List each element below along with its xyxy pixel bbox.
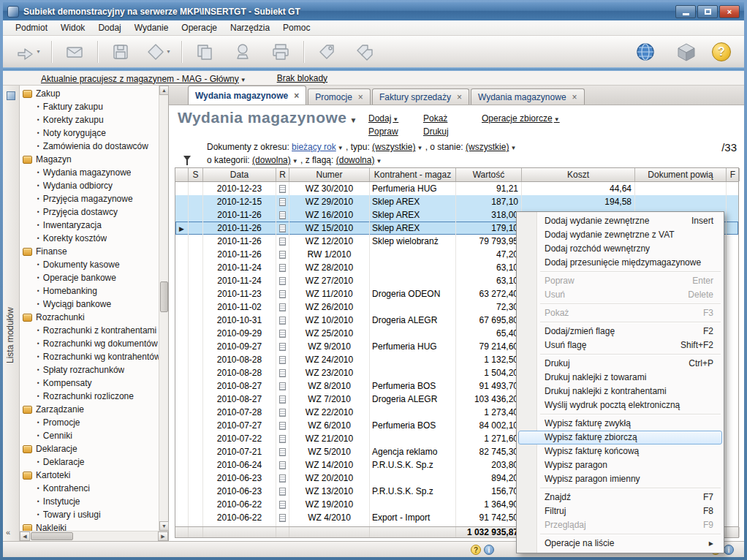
sidebar-item[interactable]: ▪ Wydania odbiorcy	[20, 179, 159, 192]
sidebar-item[interactable]: ▪ Kompensaty	[20, 377, 159, 390]
context-menu-item[interactable]: Operacje na liście ▶	[518, 537, 722, 550]
sidebar-item[interactable]: ▪ Dokumenty kasowe	[20, 258, 159, 271]
state-filter-link[interactable]: (wszystkie)	[466, 142, 509, 152]
tab-close-icon[interactable]: ×	[358, 94, 363, 101]
dispatch-button[interactable]: ▼	[13, 39, 44, 65]
tab[interactable]: Promocje ×	[308, 88, 371, 105]
scroll-up-icon[interactable]: ▲	[159, 86, 169, 95]
context-menu-item[interactable]: Przeglądaj F9	[518, 518, 722, 532]
tree-vertical-scrollbar[interactable]: ▲ ▼	[159, 86, 168, 531]
context-menu-item[interactable]: Wyślij wydruk pocztą elektroniczną	[518, 398, 722, 412]
sidebar-item[interactable]: ▪ Przyjęcia dostawcy	[20, 205, 159, 219]
filter-funnel-icon[interactable]	[183, 156, 191, 161]
sidebar-item[interactable]: ▪ Korekty zakupu	[20, 113, 159, 126]
sidebar-item[interactable]: Kartoteki	[20, 469, 159, 482]
column-header[interactable]: Numer	[289, 168, 370, 181]
print-link[interactable]: Drukuj	[423, 126, 449, 137]
help-icon[interactable]: ?	[471, 545, 481, 555]
tab-close-icon[interactable]: ×	[572, 94, 577, 101]
column-header[interactable]: F	[727, 168, 740, 181]
edit-button[interactable]: ▼	[143, 39, 174, 65]
sidebar-item[interactable]: ▪ Przyjęcia magazynowe	[20, 192, 159, 205]
sidebar-item[interactable]: ▪ Wyciągi bankowe	[20, 298, 159, 311]
sidebar-item[interactable]: Naklejki	[20, 521, 159, 531]
context-menu-item[interactable]: Znajdź F7	[518, 491, 722, 504]
context-menu-item[interactable]: Usuń Delete	[518, 288, 722, 302]
scroll-right-icon[interactable]: ▶	[158, 531, 168, 541]
add-link[interactable]: Dodaj▼	[368, 113, 398, 124]
table-row[interactable]: 2010-12-23 WZ 30/2010 Perfumeria HUG 91,…	[175, 182, 738, 195]
context-menu-item[interactable]: Pokaż F3	[518, 306, 722, 320]
context-menu-item[interactable]: Wypisz fakturę zbiorczą	[518, 431, 722, 444]
sidebar-item[interactable]: ▪ Noty korygujące	[20, 126, 159, 140]
context-menu-item[interactable]: Dodaj wydanie zewnętrzne Insert	[518, 214, 722, 228]
tab-close-icon[interactable]: ×	[457, 94, 462, 101]
sidebar-item[interactable]: Zarządzanie	[20, 403, 159, 416]
minimize-button[interactable]	[675, 5, 696, 18]
tab-close-icon[interactable]: ×	[294, 92, 299, 99]
tab[interactable]: Wydania magazynowe ×	[471, 88, 585, 105]
context-menu-item[interactable]: Drukuj naklejki z kontrahentami	[518, 385, 722, 398]
save-button[interactable]	[105, 39, 136, 65]
context-menu-item[interactable]: Usuń flagę Shift+F2	[518, 338, 722, 352]
menu-item[interactable]: Dodaj	[91, 20, 127, 35]
sidebar-item[interactable]: ▪ Deklaracje	[20, 455, 159, 469]
scrollbar-thumb[interactable]	[31, 532, 73, 540]
menu-item[interactable]: Podmiot	[9, 20, 54, 35]
column-header[interactable]	[175, 168, 189, 181]
scroll-down-icon[interactable]: ▼	[159, 521, 169, 531]
sidebar-item[interactable]: ▪ Rozrachunki rozliczone	[20, 390, 159, 403]
column-header[interactable]: Kontrahent - magaz	[370, 168, 456, 181]
sidebar-item[interactable]: ▪ Wydania magazynowe	[20, 166, 159, 179]
seal-button[interactable]	[227, 39, 258, 65]
help-button[interactable]: ?	[712, 42, 731, 61]
tree-horizontal-scrollbar[interactable]: ◀ ▶	[20, 531, 168, 541]
sidebar-item[interactable]: ▪ Towary i usługi	[20, 508, 159, 521]
menu-item[interactable]: Wydanie	[128, 20, 175, 35]
context-menu-item[interactable]: Filtruj F8	[518, 504, 722, 518]
sidebar-item[interactable]: ▪ Rozrachunki z kontrahentami	[20, 324, 159, 337]
context-menu-item[interactable]: Wypisz fakturę końcową	[518, 444, 722, 458]
scrollbar-thumb[interactable]	[160, 281, 168, 312]
sidebar-item[interactable]: ▪ Homebanking	[20, 284, 159, 298]
modules-panel-icon[interactable]	[7, 91, 15, 100]
column-header[interactable]: Wartość	[456, 168, 522, 181]
column-header[interactable]: S	[189, 168, 203, 181]
context-menu-item[interactable]: Dodaj rozchód wewnętrzny	[518, 242, 722, 256]
info-icon[interactable]: i	[724, 545, 734, 555]
context-menu-item[interactable]: Dodaj przesunięcie międzymagazynowe	[518, 256, 722, 270]
sidebar-item[interactable]: ▪ Rozrachunki wg kontrahentów	[20, 350, 159, 363]
homepage-button[interactable]	[630, 39, 661, 65]
tab[interactable]: Wydania magazynowe ×	[188, 86, 306, 105]
type-filter-link[interactable]: (wszystkie)	[372, 142, 415, 152]
sidebar-item[interactable]: ▪ Zamówienia do dostawców	[20, 140, 159, 153]
tab[interactable]: Faktury sprzedaży ×	[372, 88, 469, 105]
edit-link[interactable]: Popraw	[368, 126, 398, 137]
table-row[interactable]: 2010-12-15 WZ 29/2010 Sklep AREX 187,10 …	[175, 195, 738, 208]
sidebar-item[interactable]: Zakup	[20, 87, 159, 100]
context-menu-item[interactable]: Dodaj/zmień flagę F2	[518, 325, 722, 338]
flag-filter-link[interactable]: (dowolna)	[336, 155, 375, 165]
context-menu-item[interactable]: Drukuj naklejki z towarami	[518, 371, 722, 385]
sidebar-item[interactable]: ▪ Rozrachunki wg dokumentów	[20, 337, 159, 350]
menu-item[interactable]: Narzędzia	[224, 20, 276, 35]
print-button[interactable]	[265, 39, 296, 65]
sidebar-item[interactable]: Rozrachunki	[20, 311, 159, 324]
scroll-left-icon[interactable]: ◀	[20, 531, 30, 541]
menu-item[interactable]: Widok	[54, 20, 91, 35]
page-title[interactable]: Wydania magazynowe▼	[178, 109, 357, 126]
column-header[interactable]: Data	[203, 168, 276, 181]
bulk-operations-link[interactable]: Operacje zbiorcze▼	[482, 113, 560, 124]
close-button[interactable]: ×	[719, 5, 740, 18]
send-mail-button[interactable]	[59, 39, 90, 65]
sidebar-item[interactable]: ▪ Promocje	[20, 416, 159, 429]
context-menu-item[interactable]: Wypisz fakturę zwykłą	[518, 417, 722, 431]
sidebar-item[interactable]: ▪ Instytucje	[20, 495, 159, 508]
sidebar-item[interactable]: ▪ Spłaty rozrachunków	[20, 363, 159, 377]
sidebar-item[interactable]: Finanse	[20, 245, 159, 258]
context-menu-item[interactable]: Wypisz paragon	[518, 458, 722, 472]
menu-item[interactable]: Operacje	[175, 20, 224, 35]
maximize-button[interactable]	[697, 5, 718, 18]
context-menu-item[interactable]: Popraw Enter	[518, 274, 722, 288]
modules-button[interactable]	[671, 39, 702, 65]
